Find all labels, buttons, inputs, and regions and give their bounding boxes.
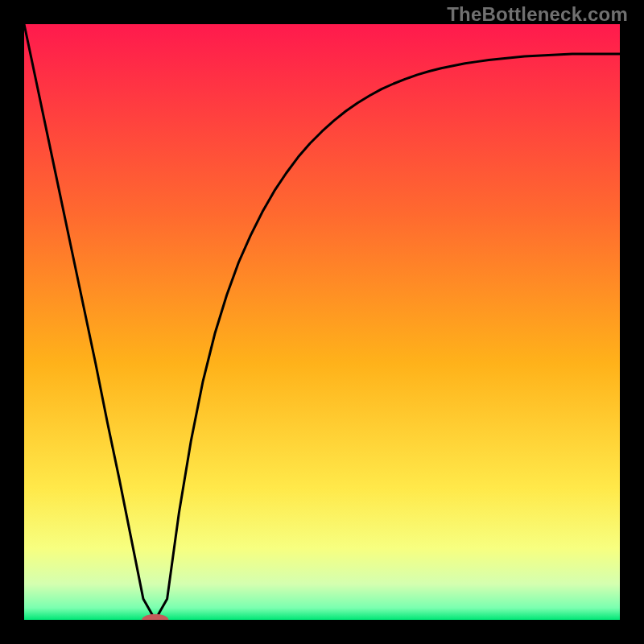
- chart-svg: [24, 24, 620, 620]
- plot-area: [24, 24, 620, 620]
- gradient-bg: [24, 24, 620, 620]
- watermark-text: TheBottleneck.com: [447, 3, 628, 26]
- chart-frame: TheBottleneck.com: [0, 0, 644, 644]
